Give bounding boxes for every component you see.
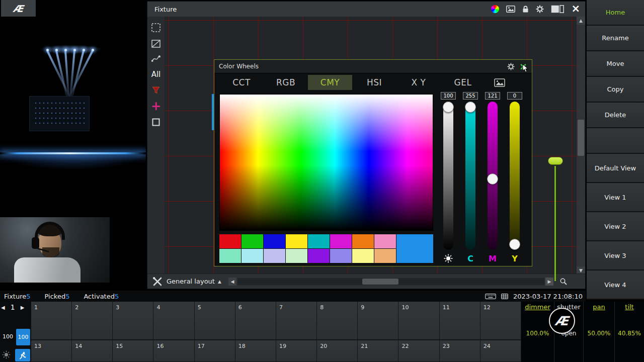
select-all-button[interactable]: All [151,70,161,79]
page-next-button[interactable]: ▶ [21,305,25,310]
window-close-button[interactable]: × [571,5,580,13]
current-color-swatch[interactable] [396,234,433,263]
zoom-icon[interactable] [559,278,568,286]
active-bank-cell[interactable]: 100 [16,329,30,345]
playback-cell-19[interactable]: 19 [276,340,317,362]
scroll-up-button[interactable]: ▲ [577,17,585,25]
slider-value-brightness[interactable]: 100 [441,92,456,100]
sidebar-button-view-3[interactable]: View 3 [587,241,644,270]
tab-gel[interactable]: GEL [441,75,485,90]
dialog-titlebar[interactable]: Color Wheels × [214,60,532,73]
slider-track-brightness[interactable] [443,102,453,250]
playback-cell-15[interactable]: 15 [113,340,153,362]
sidebar-button-rename[interactable]: Rename [587,26,644,51]
param-label-tilt[interactable]: tilt [625,303,633,311]
v-scrollbar-thumb[interactable] [578,120,584,156]
slider-track-magenta[interactable] [488,102,498,250]
slider-value-magenta[interactable]: 121 [485,92,500,100]
status-picked[interactable]: Picked5 [45,293,70,300]
playback-cell-11[interactable]: 11 [440,302,480,340]
image-picker-tab[interactable] [494,78,505,87]
playback-cell-21[interactable]: 21 [358,340,398,362]
playback-cell-5[interactable]: 5 [195,302,235,340]
color-gradient-picker[interactable] [219,94,433,231]
rect-draw-icon[interactable] [151,40,160,48]
playback-cell-23[interactable]: 23 [440,340,480,362]
scroll-right-button[interactable]: ▶ [545,278,553,286]
layout-tools-icon[interactable] [152,277,163,287]
param-label-dimmer[interactable]: dimmer [525,303,550,311]
gear-icon[interactable] [536,5,544,13]
sidebar-button-view-2[interactable]: View 2 [587,212,644,241]
sidebar-button-blank[interactable] [587,128,644,154]
color-swatch[interactable] [264,234,285,248]
tab-cmy[interactable]: CMY [308,75,352,90]
playback-cell-20[interactable]: 20 [317,340,358,362]
layout-selector[interactable]: General layout [167,278,215,285]
horizontal-scrollbar[interactable] [237,278,544,285]
caret-up-icon[interactable]: ▲ [218,279,221,284]
sidebar-button-delete[interactable]: Delete [587,103,644,128]
slider-value-cyan[interactable]: 255 [463,92,478,100]
status-fixture[interactable]: Fixture5 [4,293,31,300]
playback-cell-18[interactable]: 18 [235,340,276,362]
color-swatch[interactable] [352,234,374,248]
color-swatch[interactable] [308,249,330,263]
curve-select-icon[interactable] [151,55,160,62]
filter-icon[interactable] [152,86,160,94]
playback-cell-2[interactable]: 2 [72,302,113,340]
vertical-scrollbar[interactable]: ▲ ▼ [577,17,585,275]
playback-cell-12[interactable]: 12 [480,302,521,340]
dialog-settings-icon[interactable] [507,63,515,70]
color-swatch[interactable] [330,249,352,263]
sidebar-button-move[interactable]: Move [587,51,644,77]
slider-thumb-yellow[interactable] [509,239,520,250]
color-swatch[interactable] [330,234,352,248]
color-wheel-icon[interactable] [491,5,499,13]
param-label-pan[interactable]: pan [593,303,605,311]
tab-xy[interactable]: X Y [396,75,441,90]
master-fader-track[interactable] [554,166,556,281]
tab-rgb[interactable]: RGB [264,75,308,90]
dimmer-icon[interactable] [2,350,11,359]
slider-thumb-magenta[interactable] [487,173,498,185]
playback-cell-6[interactable]: 6 [235,302,276,340]
color-swatch[interactable] [242,234,263,248]
numpad-icon[interactable] [501,294,508,299]
slider-value-yellow[interactable]: 0 [507,92,522,100]
run-mode-cell[interactable] [15,349,30,361]
page-prev-button[interactable]: ◀ [1,305,5,310]
playback-cell-7[interactable]: 7 [276,302,317,340]
playback-cell-13[interactable]: 13 [31,340,72,362]
color-swatch[interactable] [374,249,396,263]
playback-cell-24[interactable]: 24 [480,340,521,362]
playback-cell-8[interactable]: 8 [317,302,358,340]
color-swatch[interactable] [219,234,241,248]
sidebar-button-home[interactable]: Home [587,0,644,26]
color-swatch[interactable] [308,234,330,248]
square-tool-icon[interactable] [152,118,160,126]
window-titlebar[interactable]: Fixture × [147,2,585,17]
playback-cell-1[interactable]: 1 [31,302,72,340]
playback-cell-22[interactable]: 22 [398,340,439,362]
add-fixture-button[interactable]: + [151,102,161,111]
playback-cell-14[interactable]: 14 [72,340,113,362]
keyboard-icon[interactable] [485,294,496,299]
color-swatch[interactable] [286,249,307,263]
sidebar-button-copy[interactable]: Copy [587,77,644,103]
playback-cell-10[interactable]: 10 [398,302,439,340]
layout-panes-icon[interactable] [551,5,564,13]
sidebar-button-view-1[interactable]: View 1 [587,183,644,212]
slider-track-yellow[interactable] [510,102,520,250]
tab-cct[interactable]: CCT [219,75,264,90]
color-swatch[interactable] [374,234,396,248]
color-swatch[interactable] [264,249,285,263]
slider-track-cyan[interactable] [465,102,475,250]
image-icon[interactable] [506,6,515,13]
sidebar-button-view-4[interactable]: View 4 [587,270,644,300]
sidebar-button-default-view[interactable]: Default View [587,154,644,183]
master-fader-thumb[interactable] [548,157,563,165]
lock-icon[interactable] [522,6,529,13]
playback-cell-4[interactable]: 4 [153,302,194,340]
color-swatch[interactable] [219,249,241,263]
